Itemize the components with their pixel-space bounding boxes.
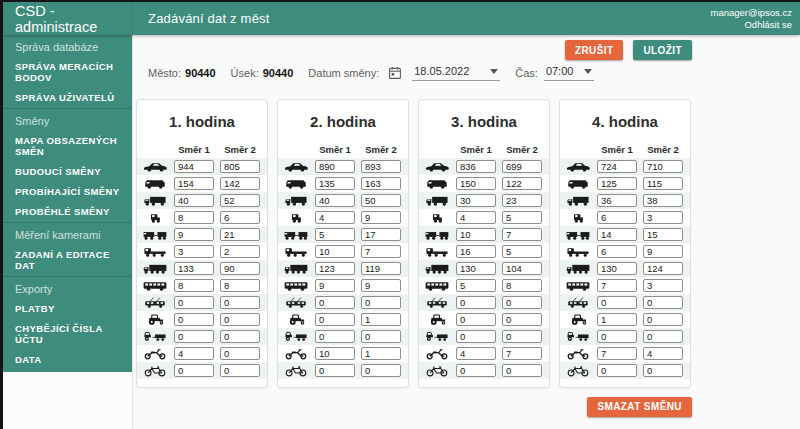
count-input-truck-with-trailer-dir1[interactable] xyxy=(456,228,496,241)
count-input-bus-dir1[interactable] xyxy=(597,279,637,292)
count-input-semi-trailer-dir2[interactable] xyxy=(643,245,683,258)
sidebar-item-chybejici-cisla-uctu[interactable]: CHYBĚJÍCÍ ČÍSLA ÚČTU xyxy=(3,319,132,350)
count-input-car-dir1[interactable] xyxy=(456,160,496,173)
count-input-motorcycle-dir2[interactable] xyxy=(220,347,260,360)
count-input-truck-dir2[interactable] xyxy=(643,194,683,207)
count-input-motorcycle-dir2[interactable] xyxy=(502,347,542,360)
count-input-heavy-truck-dir2[interactable] xyxy=(502,262,542,275)
count-input-heavy-truck-dir2[interactable] xyxy=(361,262,401,275)
count-input-tractor-with-trailer-dir2[interactable] xyxy=(643,330,683,343)
count-input-tractor-unit-dir1[interactable] xyxy=(174,211,214,224)
count-input-tractor-dir1[interactable] xyxy=(315,313,355,326)
count-input-van-dir2[interactable] xyxy=(361,177,401,190)
sidebar-item-sprava-uzivatelu[interactable]: SPRÁVA UŽIVATELŮ xyxy=(3,88,132,108)
count-input-tractor-dir2[interactable] xyxy=(220,313,260,326)
count-input-tractor-dir1[interactable] xyxy=(456,313,496,326)
calendar-icon[interactable] xyxy=(388,66,402,80)
count-input-bus-dir2[interactable] xyxy=(502,279,542,292)
count-input-semi-trailer-dir2[interactable] xyxy=(502,245,542,258)
count-input-truck-dir1[interactable] xyxy=(456,194,496,207)
count-input-tractor-dir2[interactable] xyxy=(361,313,401,326)
count-input-van-dir1[interactable] xyxy=(174,177,214,190)
count-input-bus-dir2[interactable] xyxy=(643,279,683,292)
sidebar-item-platby[interactable]: PLATBY xyxy=(3,299,132,319)
count-input-heavy-truck-dir2[interactable] xyxy=(220,262,260,275)
count-input-bicycle-dir2[interactable] xyxy=(643,364,683,377)
count-input-truck-dir2[interactable] xyxy=(220,194,260,207)
count-input-motorcycle-dir1[interactable] xyxy=(174,347,214,360)
count-input-truck-dir1[interactable] xyxy=(315,194,355,207)
count-input-truck-with-trailer-dir2[interactable] xyxy=(502,228,542,241)
count-input-bicycle-dir1[interactable] xyxy=(456,364,496,377)
count-input-truck-with-trailer-dir1[interactable] xyxy=(597,228,637,241)
count-input-tractor-with-trailer-dir1[interactable] xyxy=(174,330,214,343)
count-input-tractor-unit-dir2[interactable] xyxy=(361,211,401,224)
count-input-car-dir2[interactable] xyxy=(502,160,542,173)
count-input-articulated-bus-dir1[interactable] xyxy=(456,296,496,309)
count-input-car-dir1[interactable] xyxy=(597,160,637,173)
count-input-bus-dir1[interactable] xyxy=(456,279,496,292)
count-input-motorcycle-dir1[interactable] xyxy=(456,347,496,360)
count-input-van-dir1[interactable] xyxy=(315,177,355,190)
count-input-tractor-with-trailer-dir2[interactable] xyxy=(502,330,542,343)
count-input-bus-dir2[interactable] xyxy=(220,279,260,292)
count-input-truck-with-trailer-dir2[interactable] xyxy=(361,228,401,241)
count-input-truck-with-trailer-dir1[interactable] xyxy=(315,228,355,241)
count-input-tractor-with-trailer-dir2[interactable] xyxy=(361,330,401,343)
count-input-truck-dir1[interactable] xyxy=(174,194,214,207)
count-input-tractor-with-trailer-dir1[interactable] xyxy=(315,330,355,343)
delete-shift-button[interactable]: SMAZAT SMĚNU xyxy=(587,397,692,417)
count-input-tractor-with-trailer-dir1[interactable] xyxy=(456,330,496,343)
count-input-articulated-bus-dir1[interactable] xyxy=(174,296,214,309)
count-input-car-dir1[interactable] xyxy=(315,160,355,173)
count-input-semi-trailer-dir2[interactable] xyxy=(220,245,260,258)
count-input-tractor-unit-dir2[interactable] xyxy=(220,211,260,224)
count-input-semi-trailer-dir2[interactable] xyxy=(361,245,401,258)
count-input-articulated-bus-dir2[interactable] xyxy=(502,296,542,309)
count-input-truck-dir2[interactable] xyxy=(502,194,542,207)
count-input-truck-dir2[interactable] xyxy=(361,194,401,207)
sidebar-item-data[interactable]: DATA xyxy=(3,350,132,370)
count-input-tractor-unit-dir1[interactable] xyxy=(597,211,637,224)
count-input-car-dir2[interactable] xyxy=(643,160,683,173)
count-input-tractor-unit-dir2[interactable] xyxy=(643,211,683,224)
count-input-articulated-bus-dir2[interactable] xyxy=(220,296,260,309)
count-input-car-dir2[interactable] xyxy=(220,160,260,173)
count-input-articulated-bus-dir2[interactable] xyxy=(643,296,683,309)
count-input-bus-dir2[interactable] xyxy=(361,279,401,292)
count-input-heavy-truck-dir1[interactable] xyxy=(456,262,496,275)
count-input-semi-trailer-dir1[interactable] xyxy=(174,245,214,258)
count-input-van-dir2[interactable] xyxy=(220,177,260,190)
count-input-truck-dir1[interactable] xyxy=(597,194,637,207)
count-input-tractor-with-trailer-dir2[interactable] xyxy=(220,330,260,343)
count-input-articulated-bus-dir1[interactable] xyxy=(597,296,637,309)
count-input-semi-trailer-dir1[interactable] xyxy=(315,245,355,258)
count-input-heavy-truck-dir1[interactable] xyxy=(315,262,355,275)
count-input-van-dir2[interactable] xyxy=(643,177,683,190)
count-input-tractor-unit-dir1[interactable] xyxy=(456,211,496,224)
count-input-tractor-unit-dir2[interactable] xyxy=(502,211,542,224)
count-input-motorcycle-dir1[interactable] xyxy=(315,347,355,360)
count-input-van-dir1[interactable] xyxy=(597,177,637,190)
sidebar-item-sprava-meracich-bodov[interactable]: SPRÁVA MERACÍCH BODOV xyxy=(3,57,132,88)
count-input-tractor-with-trailer-dir1[interactable] xyxy=(597,330,637,343)
count-input-van-dir1[interactable] xyxy=(456,177,496,190)
count-input-heavy-truck-dir1[interactable] xyxy=(174,262,214,275)
sidebar-item-mapa-obsazenych-smen[interactable]: MAPA OBSAZENÝCH SMĚN xyxy=(3,131,132,162)
count-input-truck-with-trailer-dir2[interactable] xyxy=(643,228,683,241)
count-input-tractor-dir2[interactable] xyxy=(643,313,683,326)
count-input-truck-with-trailer-dir1[interactable] xyxy=(174,228,214,241)
sidebar-item-zadani-a-editace-dat[interactable]: ZADANÍ A EDITACE DAT xyxy=(3,245,132,276)
count-input-tractor-dir1[interactable] xyxy=(174,313,214,326)
save-button[interactable]: ULOŽIT xyxy=(633,40,692,60)
count-input-heavy-truck-dir1[interactable] xyxy=(597,262,637,275)
count-input-tractor-unit-dir1[interactable] xyxy=(315,211,355,224)
count-input-van-dir2[interactable] xyxy=(502,177,542,190)
date-select[interactable]: 18.05.2022 xyxy=(412,65,500,81)
count-input-motorcycle-dir2[interactable] xyxy=(643,347,683,360)
count-input-semi-trailer-dir1[interactable] xyxy=(597,245,637,258)
count-input-bus-dir1[interactable] xyxy=(315,279,355,292)
count-input-tractor-dir2[interactable] xyxy=(502,313,542,326)
cancel-button[interactable]: ZRUŠIT xyxy=(565,40,624,60)
count-input-semi-trailer-dir1[interactable] xyxy=(456,245,496,258)
